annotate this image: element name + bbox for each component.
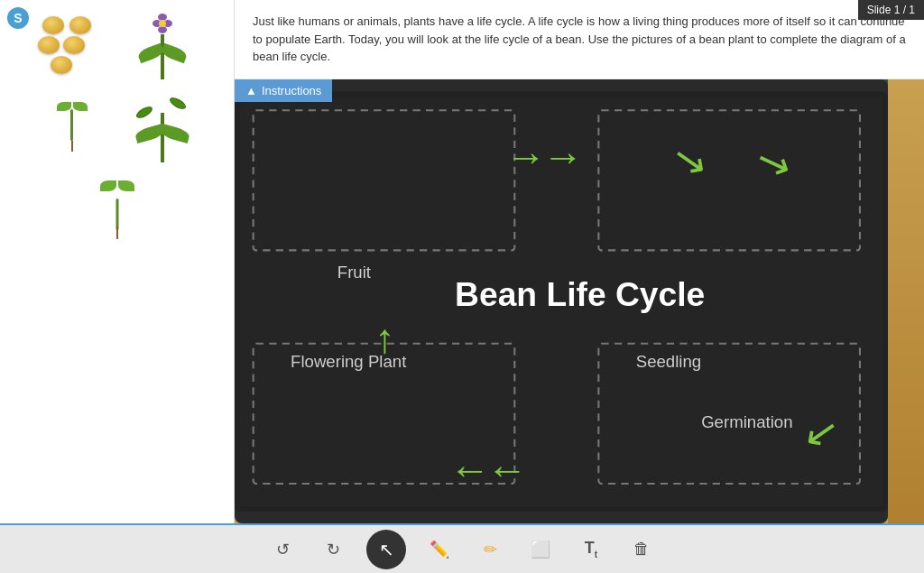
germination-item[interactable] [77,171,158,244]
text-icon: Tt [585,539,597,559]
cursor-button[interactable]: ↖ [366,530,406,569]
pp-leaf-right [160,42,188,63]
pp-flower [152,14,172,33]
svg-text:←: ← [486,446,528,492]
seed-2 [69,16,91,34]
green-plant [131,90,194,162]
seed-1 [42,16,64,34]
instructions-button[interactable]: ▲ Instructions [235,79,332,102]
svg-text:Fruit: Fruit [337,263,372,282]
delete-icon: 🗑 [633,540,650,559]
diagram-background: Bean Life Cycle Fruit Flowering Plant Se… [235,79,924,524]
diagram-area: ▲ Instructions [235,79,924,524]
svg-text:Germination: Germination [701,411,792,430]
toolbar: ↺ ↻ ↖ ✏️ ✏ ⬜ Tt 🗑 [0,523,924,573]
app-logo: S [7,7,29,29]
svg-text:→: → [505,134,547,180]
svg-text:Seedling: Seedling [636,351,701,370]
pp-stem [161,34,164,79]
highlight-button[interactable]: ✏ [473,532,507,567]
svg-text:←: ← [449,446,491,492]
text-button[interactable]: Tt [574,532,608,567]
seeds-cluster [38,16,106,75]
sidebar-row-2 [9,90,225,162]
lifecycle-diagram: Bean Life Cycle Fruit Flowering Plant Se… [235,79,888,524]
chalkboard: Bean Life Cycle Fruit Flowering Plant Se… [235,79,888,524]
sidebar-row-1 [9,9,225,81]
pen-icon: ✏️ [430,540,449,559]
gp-pod-left [134,105,154,121]
chevron-up-icon: ▲ [245,84,257,97]
svg-text:↑: ↑ [374,316,395,362]
small-seedling-item[interactable] [32,90,113,162]
purple-plant-item[interactable] [122,9,203,81]
cursor-icon: ↖ [379,539,394,560]
main-content: Just like humans or animals, plants have… [0,0,924,523]
seed-4 [63,36,85,54]
germ-plant [90,176,144,239]
green-plant-item[interactable] [122,90,203,162]
undo-icon: ↺ [276,540,290,559]
eraser-icon: ⬜ [531,540,550,559]
right-edge [888,79,924,524]
seed-3 [38,36,60,54]
redo-icon: ↻ [327,540,340,559]
gp-stem [161,113,164,162]
delete-button[interactable]: 🗑 [624,532,659,567]
sidebar-row-3 [9,171,225,244]
gp-pod-right [168,96,188,112]
svg-text:→: → [542,134,583,180]
sidebar [0,0,235,523]
redo-button[interactable]: ↻ [316,532,350,567]
slide-indicator: Slide 1 / 1 [858,0,924,20]
undo-button[interactable]: ↺ [265,532,300,567]
purple-plant [131,12,194,79]
small-seedling [57,102,88,152]
content-area: Just like humans or animals, plants have… [235,0,924,523]
instructions-text: Just like humans or animals, plants have… [235,0,924,79]
seeds-item[interactable] [32,9,113,81]
svg-text:Bean Life Cycle: Bean Life Cycle [455,275,705,313]
seed-5 [51,56,72,74]
pen-button[interactable]: ✏️ [422,532,457,567]
highlight-icon: ✏ [484,540,497,559]
eraser-button[interactable]: ⬜ [523,532,558,567]
